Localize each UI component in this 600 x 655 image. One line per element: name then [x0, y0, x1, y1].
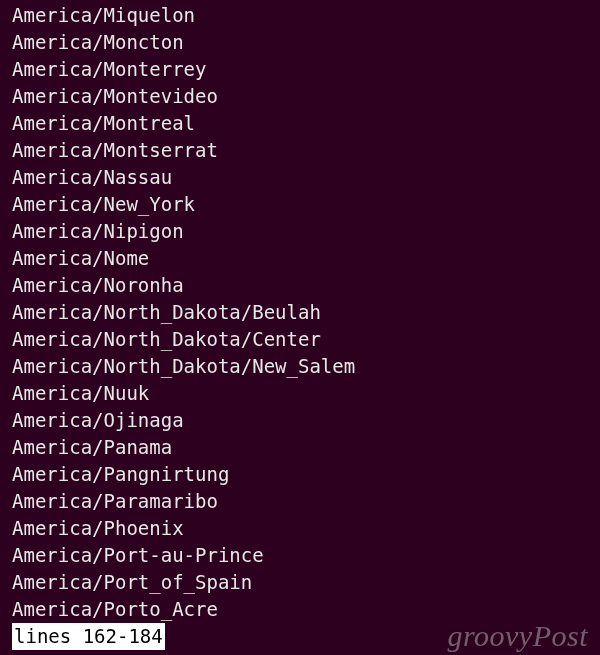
timezone-line: America/Montserrat: [12, 137, 600, 164]
pager-status: lines 162-184: [12, 623, 165, 650]
timezone-line: America/Pangnirtung: [12, 461, 600, 488]
timezone-line: America/Montreal: [12, 110, 600, 137]
timezone-line: America/Miquelon: [12, 2, 600, 29]
terminal-output[interactable]: America/Miquelon America/Moncton America…: [12, 2, 600, 650]
timezone-line: America/Port-au-Prince: [12, 542, 600, 569]
timezone-line: America/Port_of_Spain: [12, 569, 600, 596]
timezone-line: America/North_Dakota/Beulah: [12, 299, 600, 326]
timezone-line: America/Paramaribo: [12, 488, 600, 515]
timezone-line: America/Nome: [12, 245, 600, 272]
timezone-line: America/North_Dakota/Center: [12, 326, 600, 353]
timezone-line: America/Porto_Acre: [12, 596, 600, 623]
timezone-line: America/Nipigon: [12, 218, 600, 245]
timezone-line: America/Nassau: [12, 164, 600, 191]
timezone-line: America/Ojinaga: [12, 407, 600, 434]
timezone-line: America/Montevideo: [12, 83, 600, 110]
timezone-line: America/Monterrey: [12, 56, 600, 83]
timezone-line: America/Moncton: [12, 29, 600, 56]
timezone-line: America/Panama: [12, 434, 600, 461]
timezone-line: America/Noronha: [12, 272, 600, 299]
timezone-line: America/Nuuk: [12, 380, 600, 407]
timezone-line: America/Phoenix: [12, 515, 600, 542]
timezone-line: America/North_Dakota/New_Salem: [12, 353, 600, 380]
timezone-line: America/New_York: [12, 191, 600, 218]
